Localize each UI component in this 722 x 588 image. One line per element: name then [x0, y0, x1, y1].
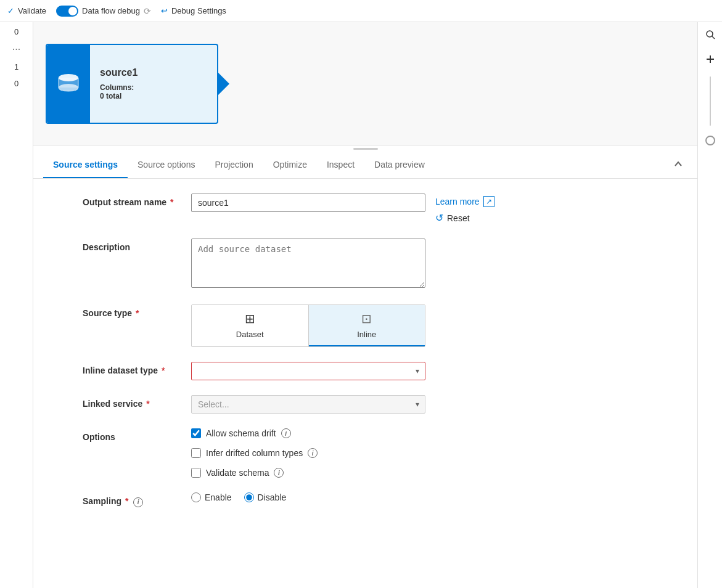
source-node-card[interactable]: source1 Columns: 0 total: [46, 44, 218, 124]
tab-source-options[interactable]: Source options: [128, 152, 205, 178]
source-type-toggle: ⊞ Dataset ⊡ Inline: [191, 304, 425, 347]
description-row: Description: [83, 239, 648, 290]
panel-collapse-chevron[interactable]: [669, 152, 687, 178]
tabs-bar: Source settings Source options Projectio…: [33, 152, 697, 179]
source-type-dataset-button[interactable]: ⊞ Dataset: [192, 305, 309, 346]
linked-service-select[interactable]: Select...: [191, 395, 425, 414]
add-button[interactable]: [703, 52, 718, 69]
infer-drifted-info-icon[interactable]: i: [308, 448, 318, 458]
sampling-control: Enable Disable: [191, 492, 425, 502]
right-sidebar: [697, 22, 722, 588]
allow-schema-drift-item: Allow schema drift i: [191, 428, 425, 438]
output-stream-name-row: Output stream name * Learn more ↗ ↺: [83, 194, 648, 224]
node-arrow: [217, 71, 229, 96]
sampling-disable-radio[interactable]: [244, 492, 254, 502]
svg-line-4: [712, 36, 715, 39]
columns-label: Columns:: [100, 83, 134, 92]
dataflow-debug-label: Data flow debug: [82, 6, 140, 15]
svg-point-2: [59, 84, 78, 91]
output-stream-name-label: Output stream name *: [83, 194, 181, 207]
required-star-linked: *: [146, 399, 149, 409]
sampling-enable-radio[interactable]: [191, 492, 201, 502]
chevron-up-icon: [674, 160, 683, 168]
debug-toggle-switch[interactable]: [56, 6, 78, 17]
sampling-info-icon[interactable]: i: [133, 497, 143, 507]
node-title: source1: [100, 67, 137, 78]
description-control: [191, 239, 425, 290]
allow-schema-drift-label: Allow schema drift: [206, 428, 276, 438]
validate-schema-checkbox[interactable]: [191, 468, 201, 478]
left-sidebar: 0 ··· 1 0: [0, 22, 33, 588]
search-button[interactable]: [703, 27, 718, 44]
tab-optimize[interactable]: Optimize: [263, 152, 317, 178]
node-subtitle: Columns: 0 total: [100, 83, 137, 100]
debug-settings-label: Debug Settings: [171, 6, 226, 15]
inline-dataset-type-label: Inline dataset type *: [83, 362, 181, 375]
inline-dataset-type-control: [191, 362, 425, 380]
sampling-disable-item[interactable]: Disable: [244, 492, 287, 502]
validate-checkmark-icon: ✓: [7, 6, 14, 15]
inline-dataset-type-wrapper: [191, 362, 425, 380]
tab-source-settings[interactable]: Source settings: [43, 152, 128, 178]
output-stream-name-input[interactable]: [191, 194, 425, 212]
learn-more-button[interactable]: Learn more ↗: [435, 196, 546, 207]
node-icon-area: [47, 45, 90, 123]
sampling-enable-label: Enable: [205, 492, 232, 502]
source-type-control: ⊞ Dataset ⊡ Inline: [191, 304, 425, 347]
search-icon: [705, 30, 715, 39]
source-type-inline-button[interactable]: ⊡ Inline: [309, 305, 425, 346]
infer-drifted-checkbox[interactable]: [191, 448, 201, 458]
dataset-grid-icon: ⊞: [245, 311, 255, 326]
infer-drifted-item: Infer drifted column types i: [191, 448, 425, 458]
sidebar-number-1: 1: [14, 62, 18, 71]
required-star-output: *: [170, 197, 173, 207]
linked-service-row: Linked service * Select...: [83, 395, 648, 414]
required-star-source-type: *: [136, 308, 139, 318]
collapse-bar[interactable]: [33, 145, 697, 152]
tab-data-preview[interactable]: Data preview: [364, 152, 435, 178]
columns-value: 0 total: [100, 92, 121, 100]
linked-service-label: Linked service *: [83, 395, 181, 409]
options-label: Options: [83, 428, 181, 442]
sampling-disable-label: Disable: [258, 492, 287, 502]
source-type-label: Source type *: [83, 304, 181, 318]
validate-schema-info-icon[interactable]: i: [274, 468, 284, 478]
allow-schema-drift-info-icon[interactable]: i: [281, 428, 291, 438]
debug-settings-button[interactable]: ↩ Debug Settings: [161, 6, 226, 15]
linked-service-control: Select...: [191, 395, 425, 414]
tab-projection[interactable]: Projection: [205, 152, 263, 178]
sidebar-number-0-top: 0: [14, 27, 18, 36]
external-link-icon: ↗: [483, 196, 494, 207]
content-area: source1 Columns: 0 total + Source settin…: [33, 22, 697, 588]
loading-spinner-icon: ⟳: [144, 6, 151, 16]
inline-label: Inline: [357, 330, 376, 339]
reset-button[interactable]: ↺ Reset: [435, 212, 546, 224]
allow-schema-drift-checkbox[interactable]: [191, 428, 201, 438]
validate-schema-label: Validate schema: [206, 468, 269, 478]
source-type-row: Source type * ⊞ Dataset ⊡ Inline: [83, 304, 648, 347]
inline-dataset-type-select[interactable]: [191, 362, 425, 380]
required-star-inline: *: [162, 365, 165, 375]
description-label: Description: [83, 239, 181, 252]
tab-inspect[interactable]: Inspect: [317, 152, 364, 178]
infer-drifted-label: Infer drifted column types: [206, 448, 303, 458]
reset-circle-icon: ↺: [435, 212, 443, 224]
circle-handle-button[interactable]: [703, 133, 718, 148]
sampling-label: Sampling * i: [83, 492, 181, 507]
checkbox-group: Allow schema drift i Infer drifted colum…: [191, 428, 425, 478]
sampling-enable-item[interactable]: Enable: [191, 492, 232, 502]
linked-service-wrapper: Select...: [191, 395, 425, 414]
dataflow-debug-toggle[interactable]: Data flow debug ⟳: [56, 6, 151, 17]
database-icon: [56, 71, 81, 96]
radio-group-sampling: Enable Disable: [191, 492, 425, 502]
options-control: Allow schema drift i Infer drifted colum…: [191, 428, 425, 478]
learn-more-label: Learn more: [435, 197, 480, 206]
options-row: Options Allow schema drift i Infer dri: [83, 428, 648, 478]
required-star-sampling: *: [125, 496, 128, 506]
validate-button[interactable]: ✓ Validate: [7, 6, 46, 15]
right-sidebar-divider: [710, 76, 711, 126]
settings-panel: Source settings Source options Projectio…: [33, 152, 697, 588]
form-area: Output stream name * Learn more ↗ ↺: [33, 179, 697, 588]
reset-label: Reset: [447, 213, 470, 223]
description-input[interactable]: [191, 239, 425, 288]
